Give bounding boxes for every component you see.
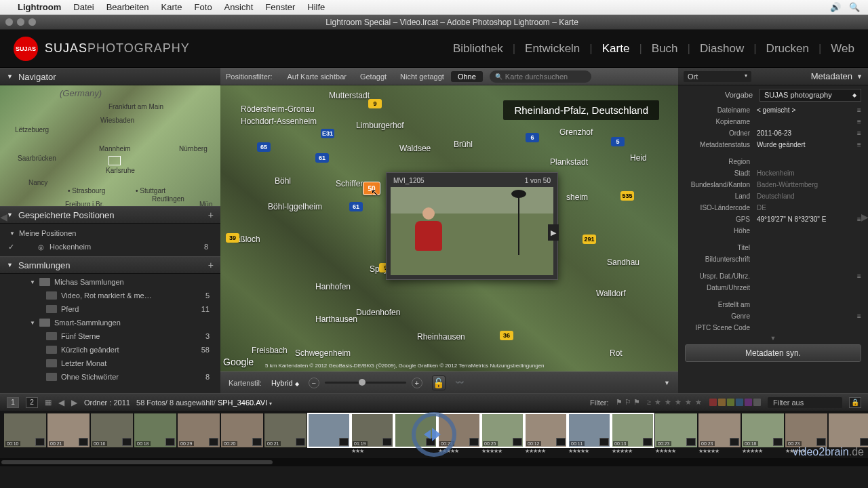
filmstrip-thumb[interactable]: 00:10: [4, 413, 46, 447]
collection-item[interactable]: Pferd11: [0, 302, 220, 316]
popup-next-button[interactable]: ▶: [548, 224, 559, 241]
map-view[interactable]: MutterstadtRödersheim-GronauHochdorf-Ass…: [220, 85, 678, 371]
source-path[interactable]: Ordner : 2011 58 Fotos/ 8 ausgewählt/ SP…: [84, 399, 272, 407]
filmstrip-thumb[interactable]: 00:11★★★★★: [568, 413, 610, 447]
lock-icon[interactable]: 🔓: [432, 375, 446, 390]
meta-field[interactable]: Ordner2011-06-23≡: [678, 127, 868, 139]
module-bibliothek[interactable]: Bibliothek: [453, 42, 503, 56]
filter-ohne[interactable]: Ohne: [451, 71, 483, 82]
collection-item[interactable]: Video, Rot markiert & me…5: [0, 289, 220, 302]
filmstrip-thumb[interactable]: 00:23★★★★★: [785, 413, 827, 447]
meta-field[interactable]: MetadatenstatusWurde geändert≡: [678, 139, 868, 150]
collection-item[interactable]: Fünf Sterne3: [0, 329, 220, 343]
filmstrip-thumb[interactable]: [308, 413, 350, 447]
filmstrip-thumb[interactable]: 00:21: [264, 413, 307, 447]
meta-field[interactable]: Erstellt am: [678, 299, 868, 310]
tracklog-icon[interactable]: 〰️: [455, 378, 465, 387]
menu-foto[interactable]: Foto: [195, 2, 212, 12]
prev-photo-button[interactable]: ◀: [58, 398, 64, 407]
menu-hilfe[interactable]: Hilfe: [307, 2, 325, 12]
toolbar-menu[interactable]: ▼: [664, 380, 670, 386]
collection-group[interactable]: ▼Smart-Sammlungen: [0, 316, 220, 329]
map-search-input[interactable]: Karte durchsuchen: [490, 70, 591, 83]
filter-auf-karte-sichtbar[interactable]: Auf Karte sichtbar: [280, 71, 353, 82]
navigator-header[interactable]: ▼Navigator: [0, 68, 220, 85]
filter-getaggt[interactable]: Getaggt: [353, 71, 393, 82]
right-panel-toggle[interactable]: ▶: [861, 203, 868, 230]
meta-field[interactable]: StadtHockenheim: [678, 167, 868, 179]
zoom-slider[interactable]: − +: [309, 378, 422, 388]
module-entwickeln[interactable]: Entwickeln: [525, 42, 580, 56]
saved-locations-header[interactable]: ▼Gespeicherte Positionen+: [0, 206, 220, 224]
collection-item[interactable]: Ohne Stichwörter8: [0, 370, 220, 384]
meta-field[interactable]: Urspr. Dat./Uhrz.≡: [678, 270, 868, 282]
flag-filter[interactable]: ⚑ ⚐ ⚑: [616, 398, 640, 407]
filter-lock-button[interactable]: 🔒: [849, 397, 861, 408]
collection-item[interactable]: Kürzlich geändert58: [0, 343, 220, 357]
filmstrip-thumb[interactable]: 00:21: [47, 413, 90, 447]
primary-display-button[interactable]: 1: [7, 397, 19, 408]
sync-metadata-button[interactable]: Metadaten syn.: [685, 344, 861, 362]
collection-group[interactable]: ▼Michas Sammlungen: [0, 275, 220, 289]
meta-field[interactable]: Höhe: [678, 225, 868, 237]
filmstrip-thumb[interactable]: 00:18: [134, 413, 176, 447]
location-item[interactable]: ✓◎Hockenheim8: [0, 240, 220, 253]
zoom-in-button[interactable]: +: [412, 378, 422, 388]
meta-field[interactable]: Datum/Uhrzeit: [678, 282, 868, 293]
menu-fenster[interactable]: Fenster: [265, 2, 295, 12]
filmstrip-thumb[interactable]: [829, 413, 868, 447]
filmstrip-thumb[interactable]: 00:20: [221, 413, 263, 447]
module-drucken[interactable]: Drucken: [766, 42, 809, 56]
map-style-select[interactable]: Hybrid ◆: [271, 379, 299, 387]
meta-field[interactable]: GPS49°19'27" N 8°32'30" E≡: [678, 214, 868, 225]
metadata-view-select[interactable]: Ort ▾: [684, 71, 751, 82]
menu-karte[interactable]: Karte: [161, 2, 182, 12]
filmstrip-thumb[interactable]: 00:13★★★★★: [612, 413, 654, 447]
filmstrip-thumb[interactable]: 00:12★★★★★: [525, 413, 567, 447]
module-buch[interactable]: Buch: [652, 42, 678, 56]
meta-field[interactable]: LandDeutschland: [678, 190, 868, 202]
grid-icon[interactable]: ▦: [45, 398, 52, 407]
location-group[interactable]: ▼Meine Positionen: [0, 226, 220, 240]
app-menu[interactable]: Lightroom: [18, 2, 61, 12]
filmstrip-thumb[interactable]: 00:18★★★★★: [742, 413, 784, 447]
filmstrip-thumb[interactable]: 00:23★★★★★: [655, 413, 697, 447]
meta-field[interactable]: Bildunterschrift: [678, 253, 868, 265]
volume-icon[interactable]: 🔊: [830, 2, 841, 12]
color-label-filter[interactable]: [709, 399, 761, 406]
navigator-map[interactable]: Frankfurt am MainLëtzebuergWiesbadenMann…: [0, 85, 220, 206]
traffic-lights[interactable]: [0, 18, 36, 26]
meta-field[interactable]: Dateiname< gemischt >≡: [678, 104, 868, 116]
collections-header[interactable]: ▼Sammlungen+: [0, 256, 220, 274]
menu-bearbeiten[interactable]: Bearbeiten: [106, 2, 149, 12]
filmstrip-thumb[interactable]: 00:29: [178, 413, 220, 447]
meta-field[interactable]: ISO-LändercodeDE: [678, 202, 868, 214]
meta-field[interactable]: Region: [678, 156, 868, 167]
meta-field[interactable]: Titel: [678, 242, 868, 253]
left-panel-toggle[interactable]: ◀: [0, 203, 7, 230]
zoom-out-button[interactable]: −: [309, 378, 319, 388]
meta-field[interactable]: Bundesland/KantonBaden-Württemberg: [678, 179, 868, 190]
filmstrip-thumb[interactable]: 00:16: [91, 413, 133, 447]
next-photo-button[interactable]: ▶: [71, 398, 77, 407]
meta-field[interactable]: IPTC Scene Code: [678, 322, 868, 333]
rating-filter[interactable]: ≥ ★ ★ ★ ★ ★: [647, 398, 703, 407]
popup-thumbnail[interactable]: [391, 187, 553, 275]
module-web[interactable]: Web: [831, 42, 854, 56]
collection-item[interactable]: Letzter Monat: [0, 357, 220, 370]
nav-viewport-rect[interactable]: [108, 156, 121, 165]
metadata-preset-select[interactable]: SUJAS photography◆: [760, 89, 861, 102]
filmstrip-thumb[interactable]: 01:19★★★: [351, 413, 393, 447]
meta-field[interactable]: Kopiename≡: [678, 116, 868, 127]
secondary-display-button[interactable]: 2: [26, 397, 38, 408]
filmstrip-scrollbar[interactable]: [0, 458, 868, 466]
add-collection-button[interactable]: +: [208, 260, 214, 270]
menu-ansicht[interactable]: Ansicht: [224, 2, 254, 12]
menu-datei[interactable]: Datei: [73, 2, 94, 12]
module-karte[interactable]: Karte: [602, 42, 630, 56]
filmstrip[interactable]: 00:1000:2100:1600:1800:2900:2000:2101:19…: [0, 411, 868, 458]
filter-nicht-getaggt[interactable]: Nicht getaggt: [393, 71, 451, 82]
spotlight-icon[interactable]: 🔍: [849, 2, 860, 12]
filmstrip-thumb[interactable]: 00:23★★★★★: [698, 413, 741, 447]
add-location-button[interactable]: +: [208, 209, 214, 220]
